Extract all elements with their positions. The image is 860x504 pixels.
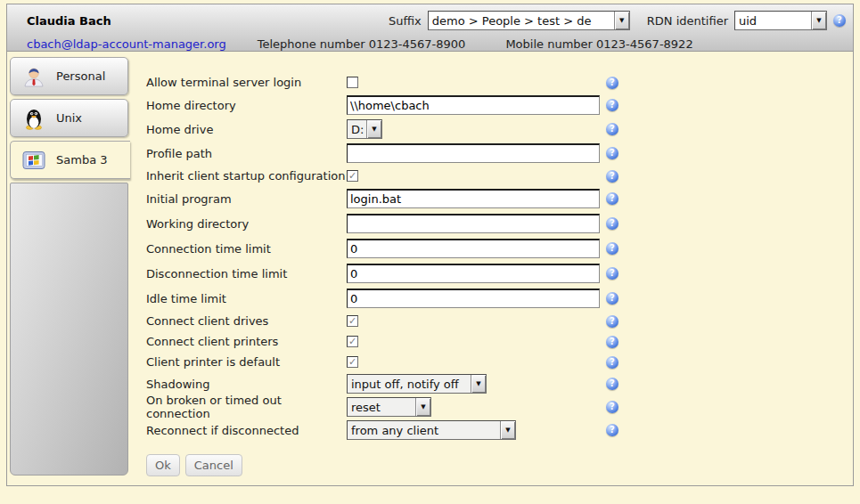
profile-path-input[interactable] [347, 143, 600, 163]
form-row: Inherit client startup configuration ✓ ? [146, 166, 645, 186]
tab-label: Personal [56, 69, 105, 83]
field-label: Connect client drives [146, 314, 347, 328]
connection-time-limit-input[interactable] [347, 239, 600, 258]
field-label: Idle time limit [146, 292, 347, 305]
allow-terminal-server-login-checkbox[interactable] [347, 77, 358, 88]
checkmark: ✓ [348, 316, 356, 326]
help-icon[interactable]: ? [606, 242, 618, 255]
dropdown-arrow-icon: ▼ [500, 421, 515, 439]
help-icon[interactable]: ? [606, 336, 618, 348]
form-row: Initial program ? [146, 186, 645, 211]
help-icon[interactable]: ? [606, 192, 618, 205]
field-label: Shadowing [146, 378, 347, 391]
home-drive-select[interactable]: D: ▼ [347, 119, 382, 139]
checkmark: ✓ [348, 357, 356, 367]
field-label: Connect client printers [146, 335, 347, 348]
field-label: Inherit client startup configuration [146, 169, 347, 183]
field-label: Reconnect if disconnected [146, 424, 347, 437]
windows-icon [22, 149, 45, 172]
form-row: Reconnect if disconnected from any clien… [146, 419, 645, 442]
idle-time-limit-input[interactable] [347, 289, 600, 308]
disconnection-time-limit-input[interactable] [347, 264, 600, 283]
field-label: Disconnection time limit [146, 267, 347, 280]
tab-personal[interactable]: Personal [10, 57, 128, 95]
form-buttons: Ok Cancel [146, 454, 645, 476]
samba3-settings-form: Allow terminal server login ? Home direc… [146, 72, 645, 476]
reconnect-value: from any client [348, 421, 500, 439]
inherit-client-startup-configuration-checkbox[interactable]: ✓ [347, 170, 358, 182]
help-icon[interactable]: ? [606, 147, 618, 159]
cancel-button[interactable]: Cancel [185, 454, 242, 476]
client-printer-is-default-checkbox[interactable]: ✓ [347, 356, 358, 368]
email-link[interactable]: cbach@ldap-account-manager.org [27, 37, 226, 51]
help-icon[interactable]: ? [606, 424, 618, 436]
reconnect-if-disconnected-select[interactable]: from any client ▼ [347, 420, 516, 440]
dropdown-arrow-icon: ▼ [811, 12, 826, 29]
rdn-identifier-select[interactable]: uid ▼ [734, 11, 827, 30]
help-icon[interactable]: ? [606, 217, 618, 230]
tux-icon [22, 107, 45, 130]
shadowing-value: input off, notify off [348, 375, 471, 393]
checkmark: ✓ [348, 171, 356, 181]
initial-program-input[interactable] [347, 189, 600, 208]
help-icon[interactable]: ? [606, 401, 618, 413]
header-row-1: Claudia Bach Suffix demo > People > test… [7, 4, 853, 30]
home-directory-input[interactable] [347, 95, 600, 115]
help-icon[interactable]: ? [606, 123, 618, 135]
suffix-select-value: demo > People > test > de [429, 12, 614, 29]
help-icon[interactable]: ? [606, 378, 618, 390]
form-row: Allow terminal server login ? [146, 72, 645, 93]
ok-button[interactable]: Ok [146, 454, 180, 476]
tab-unix[interactable]: Unix [10, 99, 128, 137]
sidebar-filler [10, 183, 128, 476]
field-label: Profile path [146, 147, 347, 160]
field-label: Client printer is default [146, 355, 347, 369]
account-edit-window: Claudia Bach Suffix demo > People > test… [6, 4, 854, 486]
telephone-number: Telephone number 0123-4567-8900 [258, 37, 466, 51]
shadowing-select[interactable]: input off, notify off ▼ [347, 374, 487, 394]
tab-samba3[interactable]: Samba 3 [10, 141, 130, 179]
field-label: On broken or timed out connection [146, 394, 347, 420]
help-icon[interactable]: ? [606, 315, 618, 328]
form-row: Home drive D: ▼ ? [146, 118, 645, 141]
field-label: Home directory [146, 99, 347, 112]
account-header: Claudia Bach Suffix demo > People > test… [7, 4, 853, 52]
dropdown-arrow-icon: ▼ [614, 12, 629, 29]
field-label: Home drive [146, 123, 347, 136]
form-row: Working directory ? [146, 211, 645, 236]
field-label: Initial program [146, 192, 347, 206]
on-broken-connection-select[interactable]: reset ▼ [347, 397, 431, 417]
field-label: Connection time limit [146, 242, 347, 256]
user-icon [22, 65, 45, 88]
connect-client-printers-checkbox[interactable]: ✓ [347, 336, 358, 347]
form-row: Home directory ? [146, 93, 645, 118]
form-row: Connect client drives ✓ ? [146, 311, 645, 331]
mobile-number: Mobile number 0123-4567-8922 [505, 37, 692, 51]
form-row: On broken or timed out connection reset … [146, 395, 645, 419]
connect-client-drives-checkbox[interactable]: ✓ [347, 315, 358, 327]
suffix-label: Suffix [389, 14, 422, 28]
form-row: Connection time limit ? [146, 236, 645, 261]
checkmark: ✓ [348, 337, 356, 346]
help-icon[interactable]: ? [606, 356, 618, 369]
rdn-identifier-label: RDN identifier [647, 14, 728, 28]
header-controls: Suffix demo > People > test > de ▼ RDN i… [389, 11, 846, 30]
suffix-select[interactable]: demo > People > test > de ▼ [428, 11, 630, 30]
on-broken-connection-value: reset [348, 398, 415, 416]
help-icon[interactable]: ? [606, 292, 618, 305]
tab-label: Samba 3 [56, 153, 108, 167]
help-icon[interactable]: ? [606, 170, 618, 183]
dropdown-arrow-icon: ▼ [366, 120, 381, 138]
help-icon[interactable]: ? [606, 99, 618, 111]
dropdown-arrow-icon: ▼ [415, 398, 430, 416]
form-row: Idle time limit ? [146, 286, 645, 311]
field-label: Working directory [146, 217, 347, 231]
form-row: Shadowing input off, notify off ▼ ? [146, 372, 645, 395]
module-tab-sidebar: Personal Unix [10, 57, 128, 476]
help-icon[interactable]: ? [606, 267, 618, 280]
working-directory-input[interactable] [347, 214, 600, 233]
rdn-select-value: uid [735, 12, 811, 29]
help-icon[interactable]: ? [833, 14, 846, 27]
form-row: Client printer is default ✓ ? [146, 352, 645, 372]
help-icon[interactable]: ? [606, 77, 618, 89]
